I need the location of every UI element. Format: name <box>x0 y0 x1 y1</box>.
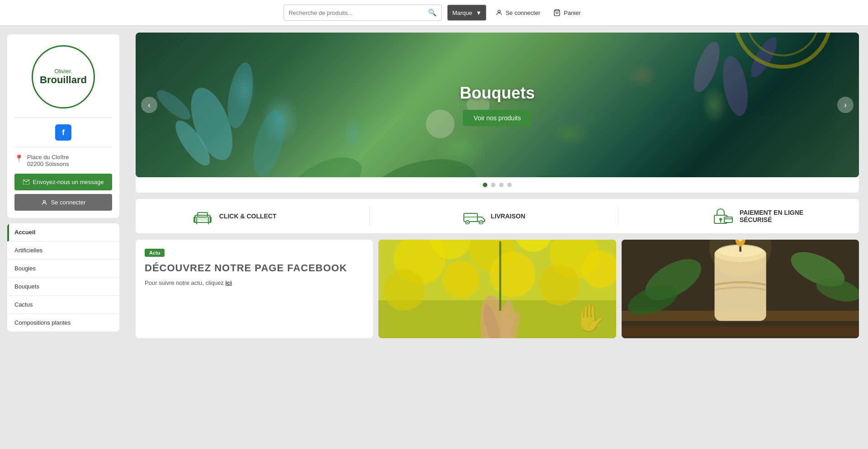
location-icon: 📍 <box>14 154 24 163</box>
actu-title: DÉCOUVREZ NOTRE PAGE FACEBOOK <box>145 262 364 274</box>
hero-slider: ⊘ Bouquets Voir nos produits ‹ › <box>136 33 859 177</box>
candle-decoration <box>622 240 859 338</box>
cart-nav-button[interactable]: Panier <box>549 5 585 21</box>
sidebar-item-label: Compositions plantes <box>14 319 71 326</box>
sidebar-item-label: Bougies <box>14 265 36 272</box>
main-layout: Olivier. Brouillard f 📍 Place du Cloître… <box>0 0 868 449</box>
click-collect-label: CLICK & COLLECT <box>219 213 277 220</box>
paiement-icon <box>712 208 734 224</box>
login-sidebar-label: Se connecter <box>51 199 86 206</box>
hero-cta-label: Voir nos produits <box>474 114 521 122</box>
hero-slider-wrapper: ⊘ Bouquets Voir nos produits ‹ › <box>136 33 859 193</box>
svg-point-46 <box>443 261 480 298</box>
cart-nav-label: Panier <box>564 9 581 16</box>
address-block: 📍 Place du Cloître 02200 Soissons <box>14 154 112 167</box>
service-livraison: LIVRAISON <box>463 208 525 224</box>
svg-point-8 <box>153 85 195 124</box>
service-click-collect: CLICK & COLLECT <box>191 208 277 224</box>
slider-dot-1[interactable] <box>483 183 487 187</box>
sidebar-item-compositions[interactable]: Compositions plantes <box>7 314 119 331</box>
paiement-label-1: PAIEMENT EN LIGNE <box>740 209 803 216</box>
facebook-icon[interactable]: f <box>55 124 71 141</box>
sidebar-item-artificielles[interactable]: Artificielles <box>7 241 119 260</box>
hero-text-block: Bouquets Voir nos produits <box>460 84 535 126</box>
svg-point-11 <box>746 34 782 81</box>
svg-point-14 <box>283 148 368 177</box>
actu-card: Actu DÉCOUVREZ NOTRE PAGE FACEBOOK Pour … <box>136 240 373 338</box>
brand-card: Olivier. Brouillard f 📍 Place du Cloître… <box>7 34 119 218</box>
service-divider-1 <box>369 207 370 225</box>
hero-title: Bouquets <box>460 84 535 103</box>
envelope-icon <box>23 180 29 184</box>
service-paiement: PAIEMENT EN LIGNE SÉCURISÉ <box>712 208 803 224</box>
divider-2 <box>14 147 112 147</box>
sidebar-item-label: Artificielles <box>14 247 42 254</box>
svg-point-29 <box>467 222 468 223</box>
message-button[interactable]: Envoyez-nous un message <box>14 174 112 190</box>
slider-prev-button[interactable]: ‹ <box>141 97 157 113</box>
svg-point-15 <box>426 110 454 138</box>
sidebar-item-cactus[interactable]: Cactus <box>7 296 119 314</box>
actu-desc-text: Pour suivre notre actu, cliquez <box>145 279 225 286</box>
slider-dot-4[interactable] <box>507 183 512 187</box>
livraison-label: LIVRAISON <box>491 213 525 220</box>
sidebar-item-label: Accueil <box>14 229 35 236</box>
svg-point-3 <box>43 200 45 203</box>
social-row: f <box>14 124 112 141</box>
user-sidebar-icon <box>41 199 47 206</box>
svg-point-18 <box>747 33 819 56</box>
brand-selector[interactable]: Marque ▼ <box>447 5 486 21</box>
svg-point-34 <box>719 218 722 221</box>
candle-card <box>622 240 859 338</box>
hero-cta-button[interactable]: Voir nos produits <box>463 110 532 126</box>
chevron-down-icon: ▼ <box>476 9 482 16</box>
service-divider-2 <box>618 207 618 225</box>
svg-rect-36 <box>724 217 732 222</box>
search-wrapper: 🔍 <box>283 5 442 21</box>
svg-point-13 <box>513 168 615 177</box>
main-content: ⊘ Bouquets Voir nos produits ‹ › <box>127 25 868 449</box>
svg-point-17 <box>735 33 830 67</box>
actu-description: Pour suivre notre actu, cliquez ici <box>145 279 364 286</box>
user-icon <box>495 9 503 16</box>
divider-1 <box>14 118 112 118</box>
livraison-icon <box>463 208 486 224</box>
svg-point-10 <box>719 54 752 118</box>
svg-point-48 <box>538 264 580 305</box>
svg-rect-21 <box>197 217 208 221</box>
cart-icon <box>553 9 561 16</box>
sidebar: Olivier. Brouillard f 📍 Place du Cloître… <box>0 25 127 449</box>
search-icon: 🔍 <box>428 9 437 17</box>
top-navigation: 🔍 Marque ▼ Se connecter Panier <box>0 0 868 25</box>
svg-point-47 <box>490 252 535 297</box>
actu-badge: Actu <box>145 249 165 257</box>
slider-next-button[interactable]: › <box>837 97 854 113</box>
svg-point-12 <box>359 148 484 177</box>
search-input[interactable] <box>288 9 428 16</box>
brand-logo: Olivier. Brouillard <box>32 45 95 109</box>
address-line2: 02200 Soissons <box>27 161 69 167</box>
svg-point-31 <box>480 222 481 223</box>
sidebar-item-label: Bouquets <box>14 283 39 290</box>
service-bar: CLICK & COLLECT LIVRAISON <box>136 199 859 233</box>
slider-dot-2[interactable] <box>491 183 495 187</box>
cards-row: Actu DÉCOUVREZ NOTRE PAGE FACEBOOK Pour … <box>136 240 859 338</box>
flowers-decoration <box>378 240 616 338</box>
login-nav-button[interactable]: Se connecter <box>492 5 544 21</box>
svg-point-7 <box>247 106 291 177</box>
message-button-label: Envoyez-nous un message <box>33 179 104 185</box>
sidebar-item-bouquets[interactable]: Bouquets <box>7 278 119 296</box>
slider-dot-3[interactable] <box>499 183 504 187</box>
brand-label: Marque <box>452 9 472 16</box>
candle-image <box>622 240 859 338</box>
svg-point-9 <box>689 38 725 95</box>
sidebar-item-bougies[interactable]: Bougies <box>7 260 119 278</box>
svg-point-0 <box>498 10 500 13</box>
login-sidebar-button[interactable]: Se connecter <box>14 194 112 211</box>
brand-name-top: Olivier. <box>40 68 87 75</box>
svg-rect-27 <box>464 213 477 222</box>
brand-name-main: Brouillard <box>40 75 87 85</box>
sidebar-item-accueil[interactable]: Accueil <box>7 223 119 241</box>
actu-link[interactable]: ici <box>225 279 231 286</box>
click-collect-icon <box>191 208 214 224</box>
